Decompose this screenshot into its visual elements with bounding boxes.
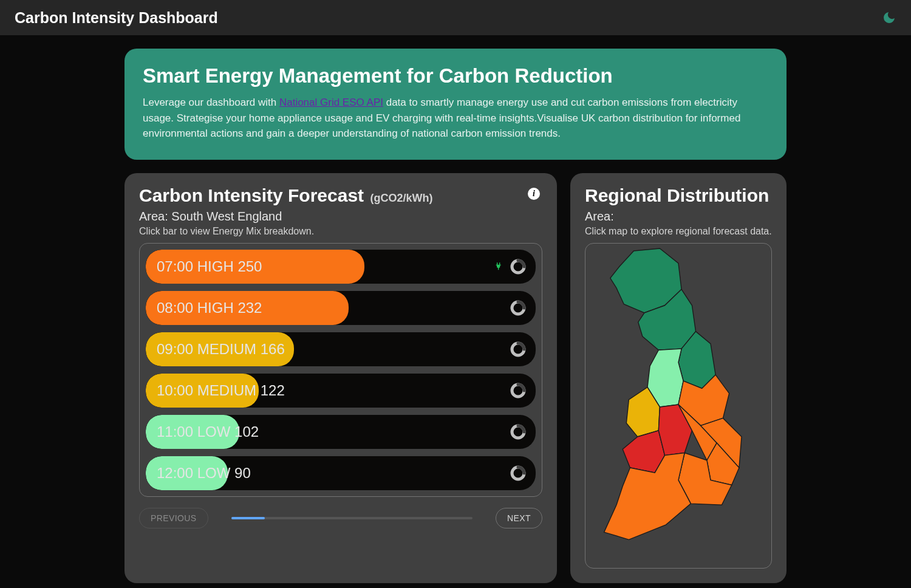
forecast-bar[interactable]: 12:00 LOW 90 [146,456,536,490]
map-title: Regional Distribution [585,185,769,205]
app-title: Carbon Intensity Dashboard [15,9,218,27]
bar-icons [509,464,527,482]
forecast-unit: (gCO2/kWh) [370,192,433,204]
forecast-hint: Click bar to view Energy Mix breakdown. [139,226,542,237]
bar-label: 11:00 LOW 102 [157,423,259,440]
forecast-bar[interactable]: 10:00 MEDIUM 122 [146,374,536,408]
forecast-bars: 07:00 HIGH 25008:00 HIGH 23209:00 MEDIUM… [139,243,542,497]
forecast-bar[interactable]: 08:00 HIGH 232 [146,291,536,325]
bar-icons [493,258,527,276]
bar-icons [509,299,527,317]
bar-label: 08:00 HIGH 232 [157,299,262,316]
api-link[interactable]: National Grid ESO API [279,97,383,108]
previous-button[interactable]: PREVIOUS [139,508,208,528]
donut-icon[interactable] [509,340,527,358]
donut-icon[interactable] [509,423,527,441]
forecast-panel: Carbon Intensity Forecast (gCO2/kWh) i A… [125,173,557,583]
uk-map[interactable] [585,243,772,569]
next-button[interactable]: NEXT [496,508,542,528]
intro-heading: Smart Energy Management for Carbon Reduc… [143,64,768,87]
intro-text: Leverage our dashboard with National Gri… [143,95,768,142]
bar-icons [509,381,527,400]
topbar: Carbon Intensity Dashboard [0,0,911,35]
donut-icon[interactable] [509,299,527,317]
info-icon[interactable]: i [528,188,540,200]
forecast-pager: PREVIOUS NEXT [139,508,542,528]
main-container: Smart Energy Management for Carbon Reduc… [125,35,786,583]
bar-label: 12:00 LOW 90 [157,465,251,482]
map-panel: Regional Distribution Area: Click map to… [570,173,786,583]
donut-icon[interactable] [509,258,527,276]
donut-icon[interactable] [509,381,527,400]
bar-label: 09:00 MEDIUM 166 [157,341,285,358]
plug-icon [493,262,503,272]
progress-slider[interactable] [231,517,473,519]
bar-icons [509,340,527,358]
forecast-title: Carbon Intensity Forecast [139,185,364,205]
dark-mode-toggle[interactable] [882,10,896,25]
bar-label: 07:00 HIGH 250 [157,258,262,275]
forecast-area: Area: South West England [139,210,542,224]
intro-card: Smart Energy Management for Carbon Reduc… [125,49,786,160]
bar-icons [509,423,527,441]
donut-icon[interactable] [509,464,527,482]
forecast-bar[interactable]: 09:00 MEDIUM 166 [146,332,536,366]
forecast-bar[interactable]: 11:00 LOW 102 [146,415,536,449]
forecast-bar[interactable]: 07:00 HIGH 250 [146,250,536,284]
map-area: Area: [585,210,772,224]
map-hint: Click map to explore regional forecast d… [585,226,772,237]
bar-label: 10:00 MEDIUM 122 [157,382,285,399]
